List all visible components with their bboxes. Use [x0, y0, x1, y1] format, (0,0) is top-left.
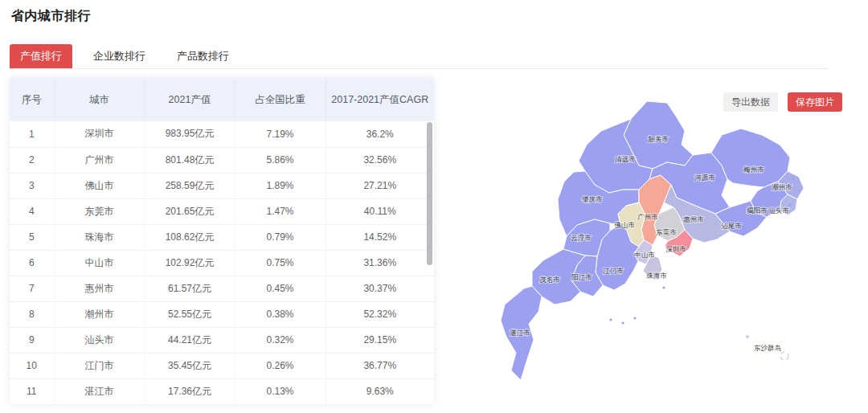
- table-cell: 佛山市: [54, 173, 145, 198]
- tab-bar: 产值排行企业数排行产品数排行: [10, 44, 828, 69]
- table-cell: 5: [10, 224, 54, 250]
- map-label-shaoguan: 韶关市: [648, 135, 669, 143]
- islet-dot: [633, 317, 636, 319]
- table-row[interactable]: 3佛山市258.59亿元1.89%27.21%: [10, 173, 434, 198]
- map-label-zhuhai: 珠海市: [646, 272, 667, 280]
- table-cell: 801.48亿元: [145, 147, 235, 173]
- table-cell: 东莞市: [54, 198, 145, 224]
- dashboard-page: 省内城市排行 产值排行企业数排行产品数排行 序号城市2021产值占全国比重201…: [0, 0, 868, 413]
- table-cell: 0.38%: [235, 301, 326, 327]
- islet-dot: [621, 321, 624, 324]
- table-cell: 1: [10, 121, 54, 147]
- map-label-yangjiang: 阳江市: [571, 273, 592, 281]
- table-cell: 52.32%: [326, 301, 434, 327]
- map-label-zhanjiang: 湛江市: [510, 329, 530, 337]
- table-cell: 40.11%: [326, 198, 434, 224]
- table-row[interactable]: 11湛江市17.36亿元0.13%9.63%: [10, 378, 434, 404]
- tab-2[interactable]: 产品数排行: [166, 44, 240, 68]
- table-header: 序号城市2021产值占全国比重2017-2021产值CAGR: [10, 78, 434, 121]
- table-cell: 61.57亿元: [145, 276, 235, 301]
- map-label-shanwei: 汕尾市: [721, 222, 742, 230]
- map-label-chaozhou: 潮州市: [772, 183, 792, 191]
- table-row[interactable]: 4东莞市201.65亿元1.47%40.11%: [10, 198, 434, 224]
- map-label-guangzhou: 广州市: [637, 213, 658, 221]
- map-label-zhaoqing: 肇庆市: [582, 195, 603, 203]
- table-row[interactable]: 1深圳市983.95亿元7.19%36.2%: [10, 121, 434, 147]
- map-label-dongguan: 东莞市: [656, 228, 677, 236]
- table-cell: 9.63%: [326, 378, 434, 404]
- table-cell: 0.32%: [235, 327, 326, 353]
- dongsha-ring-icon: [780, 352, 788, 360]
- guangdong-province-map: 东沙群岛 韶关市清远市河源市梅州市潮州市汕头市揭阳市汕尾市惠州市肇庆市广州市东莞…: [474, 95, 868, 410]
- table-row[interactable]: 2广州市801.48亿元5.86%32.56%: [10, 147, 434, 173]
- table-cell: 0.75%: [235, 250, 326, 276]
- map-label-huizhou: 惠州市: [682, 215, 704, 223]
- islet-dot: [792, 177, 794, 179]
- table-cell: 广州市: [54, 147, 145, 173]
- table-cell: 1.47%: [235, 198, 326, 224]
- table-cell: 36.2%: [326, 121, 434, 147]
- islet-dot: [788, 203, 791, 206]
- table-cell: 9: [10, 327, 54, 353]
- city-ranking-table-card: 序号城市2021产值占全国比重2017-2021产值CAGR 1深圳市983.9…: [10, 78, 434, 404]
- table-row[interactable]: 6中山市102.92亿元0.75%31.36%: [10, 250, 434, 276]
- table-cell: 29.15%: [326, 327, 434, 353]
- table-cell: 3: [10, 173, 54, 198]
- map-label-foshan: 佛山市: [614, 221, 635, 229]
- table-row[interactable]: 10江门市35.45亿元0.26%36.77%: [10, 353, 434, 378]
- table-cell: 珠海市: [54, 224, 145, 250]
- map-label-yunfu: 云浮市: [571, 234, 592, 242]
- map-label-qingyuan: 清远市: [615, 155, 636, 163]
- tab-0-active[interactable]: 产值排行: [10, 44, 72, 68]
- table-row[interactable]: 8潮州市52.55亿元0.38%52.32%: [10, 301, 434, 327]
- table-cell: 中山市: [54, 250, 145, 276]
- table-row[interactable]: 7惠州市61.57亿元0.45%30.37%: [10, 276, 434, 301]
- table-cell: 0.13%: [235, 378, 326, 404]
- table-cell: 44.21亿元: [145, 327, 235, 353]
- city-ranking-table: 序号城市2021产值占全国比重2017-2021产值CAGR 1深圳市983.9…: [10, 78, 434, 404]
- table-cell: 7: [10, 276, 54, 301]
- map-label-shenzhen: 深圳市: [665, 245, 686, 253]
- table-cell: 983.95亿元: [145, 121, 235, 147]
- table-row[interactable]: 9汕头市44.21亿元0.32%29.15%: [10, 327, 434, 353]
- map-label-meizhou: 梅州市: [743, 166, 764, 174]
- column-header-1: 城市: [54, 78, 145, 121]
- column-header-4: 2017-2021产值CAGR: [326, 78, 434, 121]
- map-label-heyuan: 河源市: [694, 174, 715, 182]
- table-cell: 108.62亿元: [145, 224, 235, 250]
- table-cell: 27.21%: [326, 173, 434, 198]
- column-header-3: 占全国比重: [235, 78, 326, 121]
- table-cell: 7.19%: [235, 121, 326, 147]
- table-cell: 汕头市: [54, 327, 145, 353]
- table-cell: 5.86%: [235, 147, 326, 173]
- table-cell: 1.89%: [235, 173, 326, 198]
- table-cell: 惠州市: [54, 276, 145, 301]
- table-cell: 潮州市: [54, 301, 145, 327]
- table-cell: 36.77%: [326, 353, 434, 378]
- map-label-maoming: 茂名市: [539, 276, 560, 284]
- table-cell: 0.45%: [235, 276, 326, 301]
- table-cell: 江门市: [54, 353, 145, 378]
- column-header-0: 序号: [10, 78, 54, 121]
- map-label-zhongshan: 中山市: [634, 251, 655, 259]
- table-cell: 6: [10, 250, 54, 276]
- table-row[interactable]: 5珠海市108.62亿元0.79%14.52%: [10, 224, 434, 250]
- table-cell: 201.65亿元: [145, 198, 235, 224]
- table-cell: 4: [10, 198, 54, 224]
- map-label-jieyang: 揭阳市: [747, 206, 768, 215]
- tab-1[interactable]: 企业数排行: [83, 44, 156, 68]
- islet-dot: [662, 286, 665, 288]
- page-title: 省内城市排行: [11, 8, 91, 25]
- dongsha-islands-label: 东沙群岛: [754, 344, 781, 352]
- table-cell: 35.45亿元: [145, 353, 235, 378]
- table-cell: 32.56%: [326, 147, 434, 173]
- map-label-shantou: 汕头市: [768, 206, 789, 215]
- table-cell: 258.59亿元: [145, 173, 235, 198]
- table-cell: 17.36亿元: [145, 378, 235, 404]
- islet-dot: [609, 318, 612, 321]
- table-cell: 11: [10, 378, 54, 404]
- table-cell: 8: [10, 301, 54, 327]
- map-panel: 导出数据 保存图片 东沙群岛 韶关市清远市河源市梅州市潮州市汕头市揭阳市汕尾市惠…: [473, 88, 868, 413]
- table-cell: 0.26%: [235, 353, 326, 378]
- table-scrollbar-thumb[interactable]: [427, 122, 432, 265]
